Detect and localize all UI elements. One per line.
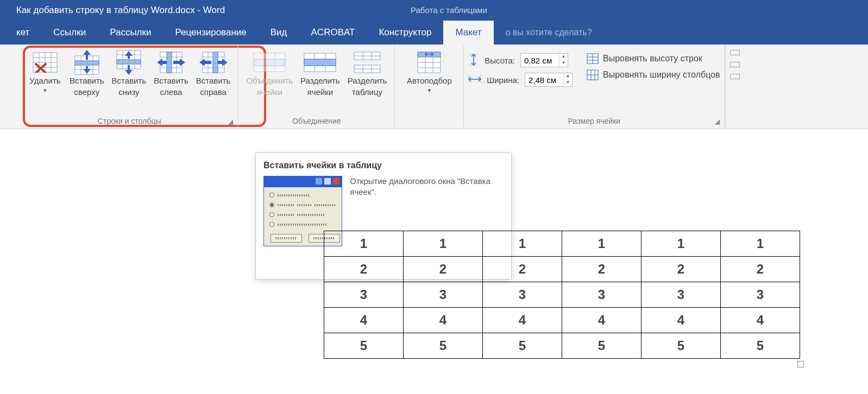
spin-down-icon[interactable]: ▼ bbox=[563, 80, 572, 86]
group-rc-label: Строки и столбцы bbox=[25, 115, 234, 129]
tell-me[interactable]: о вы хотите сделать? bbox=[494, 21, 604, 45]
empty-label bbox=[399, 115, 459, 129]
insert-above-label2: сверху bbox=[74, 87, 99, 98]
dist-rows-label: Выровнять высоту строк bbox=[603, 54, 702, 63]
group-autofit: Автоподбор ▼ bbox=[395, 45, 464, 129]
group-rows-columns: Удалить ▼ Вставить сверху bbox=[0, 45, 238, 129]
splitt-label1: Разделить bbox=[348, 76, 387, 86]
insert-left-icon bbox=[157, 50, 185, 75]
splitt-label2: таблицу bbox=[352, 87, 382, 98]
height-field[interactable] bbox=[521, 56, 559, 65]
merge-label1: Объединить bbox=[246, 76, 293, 86]
merge-cells-icon bbox=[253, 50, 286, 75]
insert-right-label1: Вставить bbox=[196, 76, 231, 86]
group-merge: Объединить ячейки Разделить ячейки bbox=[238, 45, 395, 129]
spin-up-icon[interactable]: ▲ bbox=[563, 73, 572, 80]
tab-partial[interactable]: кет bbox=[0, 21, 41, 45]
svg-rect-55 bbox=[254, 59, 285, 66]
align-icon[interactable] bbox=[730, 50, 740, 55]
height-input[interactable]: ▲▼ bbox=[520, 53, 568, 67]
delete-label: Удалить bbox=[29, 76, 60, 86]
insert-right-icon bbox=[199, 50, 228, 75]
distribute-rows-button[interactable]: Выровнять высоту строк bbox=[587, 53, 720, 64]
insert-left-button[interactable]: Вставить слева bbox=[150, 48, 192, 115]
height-icon bbox=[468, 54, 479, 67]
align-icon[interactable] bbox=[730, 74, 740, 79]
insert-left-label2: слева bbox=[160, 87, 183, 98]
tab-review[interactable]: Рецензирование bbox=[163, 21, 258, 45]
split-label1: Разделить bbox=[300, 76, 340, 86]
distribute-cols-button[interactable]: Выровнять ширину столбцов bbox=[587, 69, 720, 80]
dist-cols-label: Выровнять ширину столбцов bbox=[603, 70, 720, 80]
width-label: Ширина: bbox=[487, 75, 519, 85]
split-table-icon bbox=[354, 50, 381, 75]
insert-below-button[interactable]: Вставить снизу bbox=[109, 48, 150, 115]
dropdown-caret-icon: ▼ bbox=[42, 87, 48, 94]
tab-links[interactable]: Ссылки bbox=[41, 21, 98, 45]
group-merge-label: Объединение bbox=[243, 115, 390, 129]
alignment-strip bbox=[725, 45, 745, 129]
split-table-button[interactable]: Разделить таблицу bbox=[344, 48, 391, 115]
align-icon[interactable] bbox=[730, 62, 740, 67]
width-input[interactable]: ▲▼ bbox=[525, 73, 573, 87]
insert-left-label1: Вставить bbox=[154, 76, 188, 86]
spin-down-icon[interactable]: ▼ bbox=[559, 60, 568, 67]
tab-acrobat[interactable]: ACROBAT bbox=[299, 21, 367, 45]
split-cells-button[interactable]: Разделить ячейки bbox=[297, 48, 343, 115]
spin-up-icon[interactable]: ▲ bbox=[559, 54, 568, 60]
tab-view[interactable]: Вид bbox=[259, 21, 299, 45]
insert-right-button[interactable]: Вставить справа bbox=[193, 48, 234, 115]
ribbon: Удалить ▼ Вставить сверху bbox=[0, 45, 868, 129]
group-cell-size: Высота: ▲▼ Ширина: ▲▼ bbox=[464, 45, 725, 129]
merge-label2: ячейки bbox=[256, 87, 282, 98]
size-dialog-launcher[interactable]: ◢ bbox=[715, 118, 722, 125]
height-label: Высота: bbox=[485, 56, 515, 65]
insert-above-icon bbox=[74, 50, 99, 75]
insert-below-label2: снизу bbox=[118, 87, 139, 98]
insert-above-label1: Вставить bbox=[70, 76, 104, 86]
group-size-label: Размер ячейки bbox=[468, 115, 720, 129]
ribbon-tabs: кет Ссылки Рассылки Рецензирование Вид A… bbox=[0, 21, 868, 45]
split-label2: ячейки bbox=[307, 87, 334, 98]
tab-mailings[interactable]: Рассылки bbox=[98, 21, 163, 45]
tab-design[interactable]: Конструктор bbox=[367, 21, 443, 45]
rc-dialog-launcher[interactable]: ◢ bbox=[228, 118, 236, 125]
insert-below-icon bbox=[116, 50, 141, 75]
autofit-button[interactable]: Автоподбор ▼ bbox=[399, 48, 459, 115]
insert-right-label2: справа bbox=[200, 87, 226, 98]
insert-below-label1: Вставить bbox=[112, 76, 147, 86]
width-field[interactable] bbox=[525, 75, 563, 85]
autofit-icon bbox=[417, 50, 441, 75]
autofit-label: Автоподбор bbox=[407, 76, 452, 86]
tab-layout[interactable]: Макет bbox=[443, 21, 493, 45]
dropdown-caret-icon: ▼ bbox=[426, 87, 432, 94]
window-title: Как добавить строку в таблицу Word.docx … bbox=[16, 5, 225, 16]
delete-button[interactable]: Удалить ▼ bbox=[25, 48, 65, 115]
delete-table-icon bbox=[33, 50, 58, 75]
contextual-tab-label: Работа с таблицами bbox=[399, 0, 499, 21]
svg-rect-63 bbox=[304, 59, 336, 66]
split-cells-icon bbox=[304, 50, 336, 75]
insert-above-button[interactable]: Вставить сверху bbox=[66, 48, 108, 115]
merge-cells-button: Объединить ячейки bbox=[243, 48, 296, 115]
width-icon bbox=[468, 74, 481, 86]
